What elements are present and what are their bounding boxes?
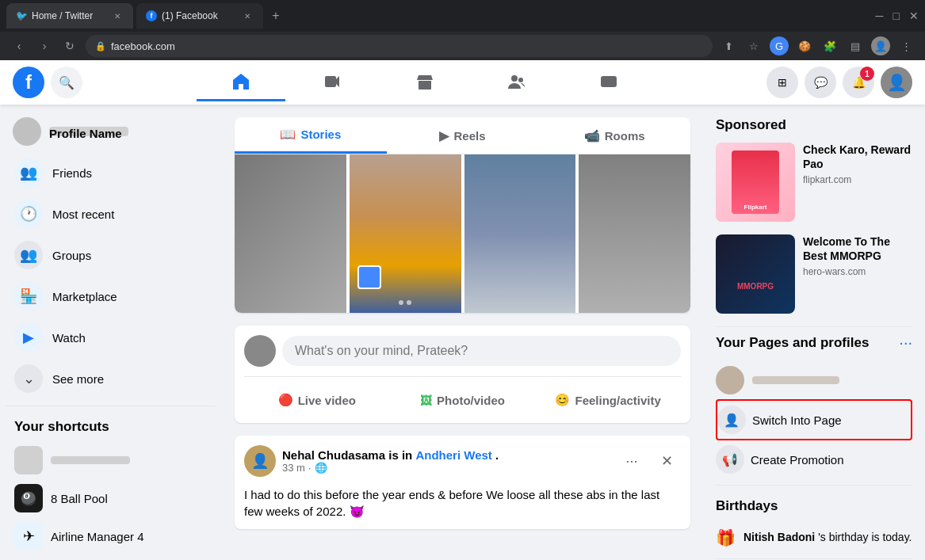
shortcut-airline[interactable]: ✈ Airline Manager 4 (6, 517, 216, 555)
sidebar-profile[interactable]: Profile Name (6, 111, 216, 152)
live-video-icon: 🔴 (278, 393, 293, 407)
fb-nav (82, 63, 766, 101)
story-4[interactable] (579, 154, 690, 313)
search-button[interactable]: 🔍 (51, 67, 82, 98)
nav-gaming[interactable] (564, 63, 653, 101)
birthday-text-suffix: 's birthday is today. (818, 531, 912, 543)
page-item-row (716, 361, 912, 399)
window-controls: ─ □ ✕ (876, 10, 919, 22)
switch-into-page-icon: 👤 (717, 406, 746, 434)
rooms-tab-label: Rooms (605, 129, 645, 143)
story-3[interactable] (464, 154, 576, 313)
minimize-button[interactable]: ─ (876, 10, 884, 22)
lock-icon: 🔒 (95, 41, 106, 51)
pages-section-header: Your Pages and profiles ··· (716, 333, 912, 352)
birthday-text-container: Nitish Badoni 's birthday is today. (743, 530, 912, 546)
shortcut-athletics[interactable]: 🏃 Athletics Mania (6, 555, 216, 560)
profile-name: Profile Name (49, 127, 128, 136)
post-input-row (244, 335, 681, 367)
fb-header: f 🔍 ⊞ 💬 🔔 1 � (0, 60, 925, 105)
post-time-suffix: · (308, 462, 312, 474)
ad-item-2[interactable]: MMORPG Welcome To The Best MMORPG hero-w… (716, 234, 912, 314)
tab-rooms[interactable]: 📹 Rooms (538, 117, 690, 154)
shortcut-8ball[interactable]: 🎱 8 Ball Pool (6, 479, 216, 517)
tab-twitter-close[interactable]: ✕ (111, 10, 124, 22)
star-icon[interactable]: ☆ (744, 36, 763, 55)
sidebar-icon[interactable]: ▤ (846, 36, 865, 55)
pages-more-button[interactable]: ··· (899, 333, 912, 352)
extension-g-icon[interactable]: G (770, 36, 789, 55)
photo-video-button[interactable]: 🖼 Photo/video (390, 387, 536, 413)
post-box: 🔴 Live video 🖼 Photo/video 😊 Feeling/act… (235, 326, 690, 423)
birthday-person-name: Nitish Badoni (743, 531, 815, 543)
marketplace-label: Marketplace (52, 290, 117, 303)
back-button[interactable]: ‹ (10, 36, 29, 55)
reload-button[interactable]: ↻ (60, 36, 79, 55)
nav-video[interactable] (289, 63, 377, 101)
sidebar-item-friends[interactable]: 👥 Friends (6, 152, 216, 193)
story-2[interactable] (350, 154, 461, 313)
nav-home[interactable] (197, 63, 285, 101)
facebook-app: f 🔍 ⊞ 💬 🔔 1 � (0, 60, 925, 560)
extension-cookie-icon[interactable]: 🍪 (795, 36, 814, 55)
story-1[interactable] (235, 154, 346, 313)
forward-button[interactable]: › (35, 36, 54, 55)
sidebar-item-watch[interactable]: ▶ Watch (6, 317, 216, 358)
create-promotion-label: Create Promotion (751, 453, 844, 467)
stories-tab-icon: 📖 (280, 127, 296, 142)
new-tab-button[interactable]: + (266, 6, 285, 25)
url-text: facebook.com (111, 40, 175, 52)
tab-facebook[interactable]: f (1) Facebook ✕ (136, 3, 263, 29)
sidebar-item-marketplace[interactable]: 🏪 Marketplace (6, 276, 216, 317)
grid-button[interactable]: ⊞ (766, 67, 798, 98)
feeling-button[interactable]: 😊 Feeling/activity (535, 387, 681, 413)
user-avatar-header[interactable]: 👤 (881, 67, 912, 98)
tab-twitter-title: Home / Twitter (32, 10, 93, 21)
header-right: ⊞ 💬 🔔 1 👤 (766, 67, 912, 98)
post-close-button[interactable]: ✕ (652, 447, 681, 475)
post-menu-button[interactable]: ··· (617, 447, 646, 475)
birthdays-title: Birthdays (716, 498, 912, 514)
see-more-label: See more (52, 372, 104, 386)
tab-reels[interactable]: ▶ Reels (387, 117, 539, 154)
groups-label: Groups (52, 249, 91, 262)
browser-menu-icon[interactable]: ⋮ (896, 36, 915, 55)
create-promotion-action[interactable]: 📢 Create Promotion (716, 440, 912, 478)
ad1-domain: flipkart.com (803, 174, 912, 185)
post-user-name-line: Nehal Chudasama is in Andheri West . (282, 448, 611, 462)
svg-rect-0 (325, 76, 336, 87)
watch-label: Watch (52, 331, 86, 345)
birthday-icon: 🎁 (716, 528, 736, 547)
ad2-info: Welcome To The Best MMORPG hero-wars.com (803, 234, 912, 314)
sidebar-item-see-more[interactable]: ⌄ See more (6, 358, 216, 399)
user-avatar-browser[interactable]: 👤 (871, 36, 890, 55)
tab-facebook-close[interactable]: ✕ (241, 10, 254, 22)
sidebar-item-groups[interactable]: 👥 Groups (6, 234, 216, 276)
switch-into-page-action[interactable]: 👤 Switch Into Page (716, 399, 912, 440)
shortcut-page1[interactable] (6, 441, 216, 479)
nav-marketplace[interactable] (380, 63, 469, 101)
marketplace-icon: 🏪 (14, 282, 43, 310)
close-window-button[interactable]: ✕ (909, 10, 919, 22)
birthdays-section: Birthdays 🎁 Nitish Badoni 's birthday is… (716, 498, 912, 552)
ad2-title: Welcome To The Best MMORPG (803, 234, 912, 263)
messenger-button[interactable]: 💬 (805, 67, 836, 98)
fb-logo[interactable]: f (13, 67, 44, 98)
post-user-info: Nehal Chudasama is in Andheri West . 33 … (282, 448, 611, 474)
ad-item-1[interactable]: Flipkart Check Karo, Reward Pao flipkart… (716, 143, 912, 222)
sidebar-item-most-recent[interactable]: 🕐 Most recent (6, 193, 216, 234)
share-icon[interactable]: ⬆ (719, 36, 738, 55)
post-input-field[interactable] (282, 336, 681, 366)
url-field[interactable]: 🔒 facebook.com (86, 35, 713, 57)
address-bar: ‹ › ↻ 🔒 facebook.com ⬆ ☆ G 🍪 🧩 ▤ 👤 ⋮ (0, 32, 925, 60)
extensions-icon[interactable]: 🧩 (820, 36, 839, 55)
nav-groups[interactable] (472, 63, 561, 101)
live-video-button[interactable]: 🔴 Live video (244, 387, 390, 413)
notifications-button[interactable]: 🔔 1 (843, 67, 874, 98)
post-location-prefix: is in (388, 448, 415, 462)
tab-stories[interactable]: 📖 Stories (235, 117, 387, 154)
tab-twitter[interactable]: 🐦 Home / Twitter ✕ (6, 3, 133, 29)
stories-card: 📖 Stories ▶ Reels 📹 Rooms (235, 117, 690, 313)
maximize-button[interactable]: □ (893, 10, 900, 22)
feeling-icon: 😊 (555, 393, 570, 407)
